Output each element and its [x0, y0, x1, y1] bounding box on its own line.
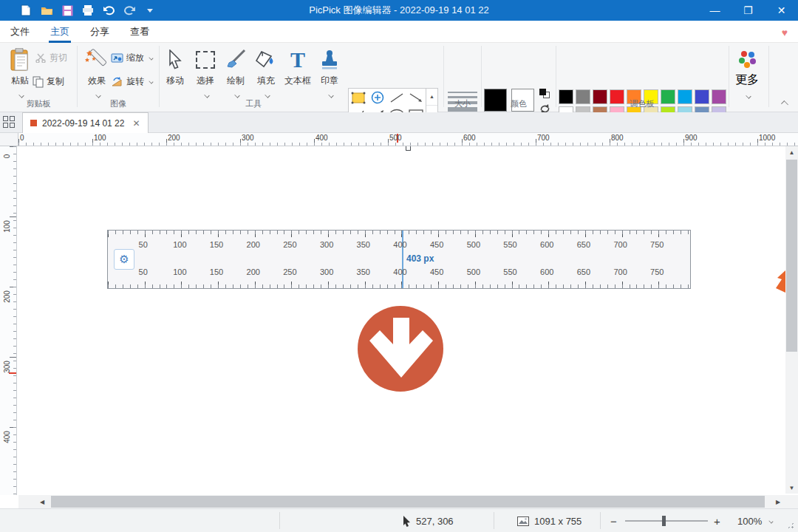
minimize-button[interactable]: —	[698, 0, 732, 21]
document-tab-bar: 2022-09-19 14 01 22 ✕	[0, 112, 798, 133]
copy-icon	[33, 76, 44, 88]
ruler-tool-label: 550	[503, 240, 516, 249]
paste-button[interactable]: 粘贴	[3, 46, 37, 100]
horizontal-scrollbar[interactable]: ◀ ▶	[18, 495, 785, 508]
gallery-scroll-up-icon[interactable]: ▲	[426, 89, 437, 106]
ruler-tool-label: 400	[393, 240, 406, 249]
more-label: 更多	[732, 72, 763, 88]
scroll-right-icon[interactable]: ▶	[772, 495, 784, 508]
new-file-icon[interactable]	[19, 4, 33, 17]
vruler-label: 400	[3, 429, 11, 446]
draw-tool-button[interactable]: 绘制	[221, 46, 250, 100]
ruler-tool-label: 500	[467, 240, 480, 249]
horizontal-ruler[interactable]: 01002003004005006007008009001000	[0, 133, 798, 146]
gear-icon: ⚙	[114, 249, 134, 270]
ruler-tool-label: 600	[540, 240, 553, 249]
download-arrow-image	[358, 306, 443, 392]
effects-icon	[80, 46, 114, 74]
more-colors-icon	[732, 46, 763, 72]
zoom-out-button[interactable]: −	[610, 509, 617, 532]
canvas[interactable]: ⚙ 403 px 5050100100150150200200250250300…	[18, 146, 785, 495]
vruler-label: 300	[3, 358, 11, 376]
close-button[interactable]: ✕	[765, 0, 798, 21]
resize-icon	[111, 53, 123, 63]
document-tab[interactable]: 2022-09-19 14 01 22 ✕	[22, 112, 149, 133]
measure-text: 403 px	[406, 253, 434, 264]
zoom-slider-track[interactable]	[625, 520, 708, 522]
shape-filled-rect[interactable]	[349, 89, 368, 106]
scroll-up-icon[interactable]: ▲	[785, 146, 798, 158]
cut-icon	[35, 53, 47, 63]
effects-chevron-icon	[95, 92, 100, 98]
effects-button[interactable]: 效果	[80, 46, 114, 100]
scroll-down-icon[interactable]: ▼	[785, 482, 798, 494]
horizontal-scroll-thumb[interactable]	[51, 496, 765, 508]
ribbon-tab-1[interactable]: 主页	[40, 21, 80, 43]
cursor-position-value: 527, 306	[416, 516, 454, 527]
ruler-tool-label: 550	[503, 267, 516, 276]
textbox-tool-button[interactable]: T 文本框	[282, 46, 314, 87]
tab-grid-icon[interactable]	[3, 116, 18, 129]
heart-icon[interactable]: ♥	[782, 27, 788, 38]
color-group-label: 颜色	[482, 98, 556, 109]
rotate-button[interactable]: 旋转	[111, 75, 153, 88]
rotate-icon	[111, 77, 123, 87]
undo-icon[interactable]	[102, 4, 115, 17]
select-icon	[191, 46, 220, 74]
hruler-label: 600	[463, 134, 476, 142]
tab-close-icon[interactable]: ✕	[132, 118, 140, 129]
quick-access-toolbar	[0, 4, 157, 17]
move-cursor-icon	[160, 46, 190, 74]
save-icon[interactable]	[61, 4, 74, 17]
paste-icon	[3, 46, 37, 74]
copy-button[interactable]: 复制	[33, 75, 64, 88]
cursor-position-icon	[403, 516, 411, 527]
vruler-label: 100	[3, 218, 11, 236]
scrollbar-corner	[785, 495, 798, 508]
ribbon-tab-3[interactable]: 查看	[120, 21, 160, 43]
vertical-ruler[interactable]: 0100200300400500	[0, 146, 17, 495]
ribbon-tab-2[interactable]: 分享	[80, 21, 120, 43]
move-tool-button[interactable]: 移动	[160, 46, 190, 87]
vertical-scroll-thumb[interactable]	[786, 160, 797, 352]
maximize-button[interactable]: ❐	[732, 0, 765, 21]
ruler-tool-label: 700	[613, 267, 627, 276]
redo-icon[interactable]	[123, 4, 136, 17]
measure-line	[402, 231, 403, 288]
ruler-tool-label: 500	[467, 267, 480, 276]
collapse-ribbon-icon[interactable]	[781, 100, 788, 108]
zoom-in-button[interactable]: +	[714, 509, 720, 532]
ribbon: 粘贴 剪切 复制 剪贴板 效果 缩放 旋转	[0, 43, 798, 112]
hruler-label: 200	[168, 134, 180, 142]
ruler-tool-label: 600	[540, 267, 553, 276]
ruler-tool-label: 350	[357, 240, 370, 249]
zoom-level-value: 100%	[737, 516, 762, 527]
shape-arrow-line[interactable]	[406, 89, 426, 106]
resize-grip[interactable]	[786, 521, 795, 530]
picpick-window: PicPick 图像编辑器 - 2022-09-19 14 01 22 — ❐ …	[0, 0, 798, 532]
cut-button[interactable]: 剪切	[35, 52, 67, 64]
zoom-level[interactable]: 100%	[737, 509, 773, 532]
fill-tool-button[interactable]: 填充	[251, 46, 281, 100]
resize-button[interactable]: 缩放	[111, 52, 153, 64]
shape-highlight-circle[interactable]	[368, 89, 387, 106]
ruler-corner	[0, 133, 18, 146]
print-icon[interactable]	[81, 4, 95, 17]
shape-line[interactable]	[387, 89, 406, 106]
vertical-scrollbar[interactable]: ▲ ▼	[785, 146, 798, 494]
qat-dropdown-icon[interactable]	[143, 4, 157, 17]
ruler-tool-label: 450	[430, 240, 443, 249]
ribbon-tab-0[interactable]: 文件	[0, 21, 40, 43]
zoom-slider-thumb[interactable]	[662, 516, 666, 526]
select-tool-button[interactable]: 选择	[191, 46, 220, 100]
open-file-icon[interactable]	[40, 4, 53, 17]
statusbar-divider	[279, 512, 280, 529]
ruler-tool-label: 300	[320, 240, 333, 249]
swap-colors-icon[interactable]	[539, 89, 550, 98]
hruler-label: 900	[685, 134, 698, 142]
scroll-left-icon[interactable]: ◀	[36, 495, 48, 508]
resize-chevron-icon	[149, 55, 153, 60]
selection-handle[interactable]	[406, 146, 411, 151]
stamp-tool-button[interactable]: 印章	[315, 46, 344, 100]
more-colors-button[interactable]: 更多	[732, 46, 763, 101]
